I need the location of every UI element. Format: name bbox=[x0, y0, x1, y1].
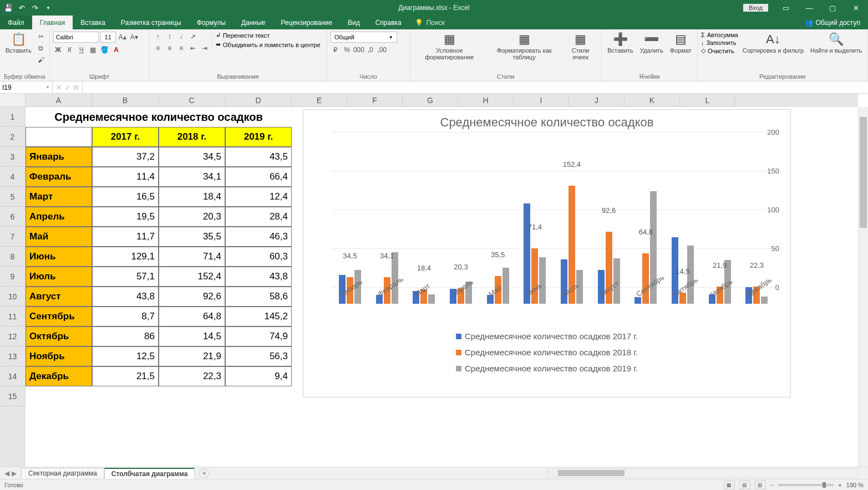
table-cell[interactable]: 152,4 bbox=[159, 267, 225, 287]
cell-styles-button[interactable]: ▦Стили ячеек bbox=[563, 32, 598, 62]
select-all-corner[interactable] bbox=[0, 94, 26, 107]
format-as-table-button[interactable]: ▦Форматировать как таблицу bbox=[488, 32, 561, 62]
formula-bar[interactable] bbox=[83, 81, 868, 93]
column-header[interactable]: D bbox=[225, 94, 292, 107]
column-header[interactable]: G bbox=[403, 94, 458, 107]
copy-icon[interactable]: ⧉ bbox=[36, 43, 46, 53]
undo-icon[interactable]: ↶ bbox=[17, 3, 27, 13]
close-icon[interactable]: ✕ bbox=[845, 0, 867, 16]
row-header[interactable]: 13 bbox=[0, 346, 26, 366]
wrap-text-button[interactable]: ↲ Перенести текст bbox=[216, 32, 321, 39]
italic-icon[interactable]: К bbox=[65, 45, 75, 55]
column-header[interactable]: F bbox=[347, 94, 403, 107]
row-header[interactable]: 10 bbox=[0, 287, 26, 307]
table-cell[interactable]: 12,4 bbox=[225, 187, 292, 207]
table-cell[interactable]: 34,5 bbox=[159, 147, 225, 167]
autosum-button[interactable]: ΣАвтосумма bbox=[701, 32, 738, 38]
underline-icon[interactable]: Ч bbox=[77, 45, 87, 55]
tab-home[interactable]: Главная bbox=[32, 16, 73, 29]
thousands-icon[interactable]: 000 bbox=[354, 45, 364, 55]
table-cell[interactable]: 43,8 bbox=[92, 287, 159, 307]
table-cell[interactable]: 43,8 bbox=[225, 267, 292, 287]
row-header[interactable]: 4 bbox=[0, 167, 26, 187]
column-header[interactable]: C bbox=[159, 94, 225, 107]
table-cell[interactable]: 92,6 bbox=[159, 287, 225, 307]
table-header-year[interactable]: 2018 г. bbox=[159, 127, 225, 147]
insert-cells-button[interactable]: ➕Вставить bbox=[605, 32, 636, 55]
tab-file[interactable]: Файл bbox=[0, 16, 32, 29]
borders-icon[interactable]: ▦ bbox=[88, 45, 98, 55]
table-cell[interactable]: 12,5 bbox=[92, 346, 159, 366]
add-sheet-button[interactable]: + bbox=[199, 468, 209, 478]
row-header[interactable]: 7 bbox=[0, 227, 26, 247]
maximize-icon[interactable]: ▢ bbox=[821, 0, 844, 16]
bold-icon[interactable]: Ж bbox=[53, 45, 63, 55]
column-header[interactable]: L bbox=[680, 94, 735, 107]
font-color-icon[interactable]: A bbox=[111, 45, 121, 55]
table-cell[interactable]: 21,9 bbox=[159, 346, 225, 366]
table-cell[interactable]: 11,7 bbox=[92, 227, 159, 247]
row-header[interactable]: 11 bbox=[0, 307, 26, 326]
zoom-out-icon[interactable]: − bbox=[770, 482, 774, 488]
table-header-year[interactable]: 2019 г. bbox=[225, 127, 292, 147]
decrease-decimal-icon[interactable]: ,00 bbox=[377, 45, 387, 55]
prev-sheet-icon[interactable]: ◀ bbox=[4, 469, 9, 477]
fill-button[interactable]: ↓Заполнить bbox=[701, 39, 738, 46]
table-cell[interactable] bbox=[26, 127, 92, 147]
table-header-month[interactable]: Октябрь bbox=[26, 326, 92, 346]
sort-filter-button[interactable]: A↓Сортировка и фильтр bbox=[740, 32, 806, 55]
enter-formula-icon[interactable]: ✓ bbox=[65, 84, 70, 91]
delete-cells-button[interactable]: ➖Удалить bbox=[638, 32, 666, 55]
table-cell[interactable]: 34,1 bbox=[159, 167, 225, 187]
number-format-combo[interactable]: Общий▼ bbox=[331, 32, 397, 43]
align-bottom-icon[interactable]: ↓ bbox=[176, 32, 186, 42]
cancel-formula-icon[interactable]: ✕ bbox=[56, 84, 62, 91]
row-header[interactable]: 6 bbox=[0, 207, 26, 227]
find-select-button[interactable]: 🔍Найти и выделить bbox=[808, 32, 864, 55]
table-cell[interactable]: 19,5 bbox=[92, 207, 159, 227]
sheet-tab-sector[interactable]: Секторная диаграмма bbox=[21, 468, 104, 478]
table-cell[interactable]: 57,1 bbox=[92, 267, 159, 287]
sheet-tab-column[interactable]: Столбчатая диаграмма bbox=[104, 468, 195, 479]
table-header-month[interactable]: Август bbox=[26, 287, 92, 307]
row-header[interactable]: 15 bbox=[0, 386, 26, 406]
row-header[interactable]: 8 bbox=[0, 247, 26, 267]
column-header[interactable]: J bbox=[569, 94, 625, 107]
conditional-formatting-button[interactable]: ▦Условное форматирование bbox=[414, 32, 485, 62]
scrollbar-thumb[interactable] bbox=[860, 117, 867, 228]
clear-button[interactable]: ◇Очистить bbox=[701, 47, 738, 54]
row-header[interactable]: 12 bbox=[0, 326, 26, 346]
row-header[interactable]: 2 bbox=[0, 127, 26, 147]
font-name-combo[interactable]: Calibri bbox=[53, 32, 99, 43]
indent-increase-icon[interactable]: ⇥ bbox=[200, 43, 210, 53]
table-cell[interactable]: 11,4 bbox=[92, 167, 159, 187]
horizontal-scrollbar[interactable] bbox=[547, 468, 858, 478]
table-header-month[interactable]: Январь bbox=[26, 147, 92, 167]
name-box[interactable]: I19▼ bbox=[0, 81, 53, 93]
table-header-month[interactable]: Май bbox=[26, 227, 92, 247]
table-cell[interactable]: 129,1 bbox=[92, 247, 159, 267]
row-header[interactable]: 1 bbox=[0, 107, 26, 127]
table-header-year[interactable]: 2017 г. bbox=[92, 127, 159, 147]
table-cell[interactable]: 43,5 bbox=[225, 147, 292, 167]
table-header-month[interactable]: Июль bbox=[26, 267, 92, 287]
login-button[interactable]: Вход bbox=[743, 4, 768, 12]
align-right-icon[interactable]: ≡ bbox=[176, 43, 186, 53]
share-button[interactable]: 👥 Общий доступ bbox=[797, 16, 868, 29]
table-cell[interactable]: 60,3 bbox=[225, 247, 292, 267]
format-cells-button[interactable]: ▤Формат bbox=[668, 32, 694, 55]
align-top-icon[interactable]: ↑ bbox=[153, 32, 163, 42]
tab-formulas[interactable]: Формулы bbox=[189, 16, 234, 29]
row-header[interactable]: 14 bbox=[0, 366, 26, 386]
tab-data[interactable]: Данные bbox=[234, 16, 273, 29]
increase-font-icon[interactable]: A▴ bbox=[118, 32, 128, 42]
redo-icon[interactable]: ↷ bbox=[30, 3, 40, 13]
font-size-combo[interactable]: 11 bbox=[100, 32, 116, 43]
scrollbar-thumb[interactable] bbox=[558, 470, 625, 476]
minimize-icon[interactable]: ― bbox=[798, 0, 820, 16]
table-header-month[interactable]: Июнь bbox=[26, 247, 92, 267]
save-icon[interactable]: 💾 bbox=[3, 3, 13, 13]
table-cell[interactable]: 22,3 bbox=[159, 366, 225, 386]
table-header-month[interactable]: Ноябрь bbox=[26, 346, 92, 366]
qat-dropdown-icon[interactable]: ▼ bbox=[43, 3, 53, 13]
